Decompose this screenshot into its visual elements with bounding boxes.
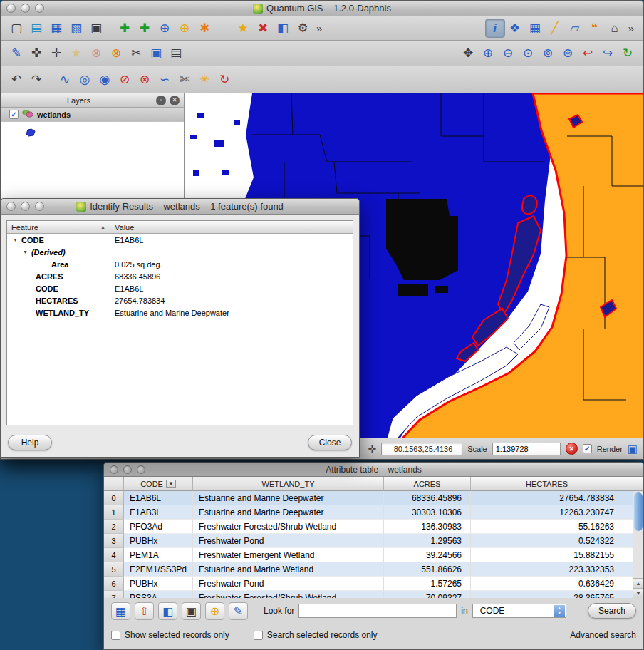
merge-features-icon[interactable]: ✳ (194, 70, 214, 89)
search-selected-checkbox[interactable] (254, 631, 263, 640)
table-row[interactable]: 2 PFO3Ad Freshwater Forested/Shrub Wetla… (104, 520, 643, 534)
table-row[interactable]: 4 PEM1A Freshwater Emergent Wetland 39.2… (104, 548, 643, 562)
table-row[interactable]: 1 E1AB3L Estuarine and Marine Deepwater … (104, 505, 643, 520)
cell-wetland-ty[interactable]: Freshwater Forested/Shrub Wetland (193, 520, 384, 534)
scroll-down-icon[interactable]: ▼ (633, 588, 643, 598)
cell-acres[interactable]: 68336.45896 (384, 491, 471, 505)
cell-code[interactable]: E1AB3L (124, 505, 193, 520)
column-header-hectares[interactable]: HECTARES (471, 477, 623, 491)
tree-row[interactable]: ▼CODE E1AB6L (7, 234, 353, 246)
row-header[interactable]: 3 (104, 534, 124, 548)
cell-acres[interactable]: 39.24566 (384, 548, 471, 562)
print-composer-icon[interactable]: ▣ (86, 19, 106, 38)
cell-hectares[interactable]: 15.882155 (471, 548, 623, 562)
redo-icon[interactable]: ↷ (26, 70, 46, 89)
cell-wetland-ty[interactable]: Estuarine and Marine Wetland (193, 562, 384, 577)
tree-row[interactable]: WETLAND_TY Estuarine and Marine Deepwate… (7, 306, 353, 319)
zoom-button[interactable] (35, 4, 44, 13)
combo-stepper-icon[interactable]: ▲ ▼ (554, 605, 565, 617)
cell-wetland-ty[interactable]: Estuarine and Marine Deepwater (193, 491, 384, 505)
add-to-overview-icon[interactable]: ◧ (273, 19, 293, 38)
minimize-button[interactable] (21, 202, 30, 211)
vertical-scrollbar[interactable]: ▲ ▼ (633, 491, 643, 598)
extent-icon[interactable]: ✛ (368, 443, 376, 455)
layers-panel-header[interactable]: Layers ▫ ✕ (1, 93, 184, 108)
cell-code[interactable]: PUBHx (124, 577, 193, 591)
unselect-all-icon[interactable]: ▦ (111, 602, 130, 620)
node-tool-icon[interactable]: ✛ (46, 43, 66, 63)
cell-hectares[interactable]: 223.332353 (471, 562, 623, 577)
measure-line-icon[interactable]: ╱ (545, 19, 565, 38)
add-ring-icon[interactable]: ◎ (75, 70, 95, 89)
add-vector-layer-icon[interactable]: ✚ (115, 19, 135, 38)
cell-code[interactable]: PFO3Ad (124, 520, 193, 534)
rotate-point-symbols-icon[interactable]: ↻ (214, 70, 234, 89)
measure-area-icon[interactable]: ▱ (565, 19, 585, 38)
layer-visibility-checkbox[interactable]: ✓ (9, 110, 19, 119)
cell-wetland-ty[interactable]: Freshwater Emergent Wetland (193, 548, 384, 562)
zoom-out-icon[interactable]: ⊖ (498, 43, 518, 63)
delete-ring-icon[interactable]: ⊘ (115, 70, 135, 89)
select-features-icon[interactable]: ❖ (505, 19, 525, 38)
cut-features-icon[interactable]: ✂ (126, 43, 146, 63)
expander-icon[interactable]: ▼ (13, 237, 18, 242)
pan-map-icon[interactable]: ✥ (458, 43, 478, 63)
cell-wetland-ty[interactable]: Estuarine and Marine Deepwater (193, 505, 384, 520)
table-row[interactable]: 5 E2EM1/SS3Pd Estuarine and Marine Wetla… (104, 562, 643, 577)
scale-input[interactable] (492, 443, 561, 455)
field-select[interactable]: CODE ▲ ▼ (472, 604, 566, 618)
zoom-full-icon[interactable]: ⊚ (538, 43, 558, 63)
search-button[interactable]: Search (588, 603, 636, 619)
cell-code[interactable]: PUBHx (124, 534, 193, 548)
cell-wetland-ty[interactable]: Freshwater Pond (193, 534, 384, 548)
column-header-code[interactable]: CODE▼ (124, 477, 193, 491)
zoom-actual-icon[interactable]: ⊙ (518, 43, 538, 63)
cell-acres[interactable]: 136.30983 (384, 520, 471, 534)
cell-hectares[interactable]: 55.16263 (471, 520, 623, 534)
options-gear-icon[interactable]: ⚙ (293, 19, 313, 38)
row-header[interactable]: 5 (104, 562, 124, 577)
toggle-editing-icon[interactable]: ✎ (229, 602, 248, 620)
identify-features-icon[interactable]: i (485, 19, 505, 38)
cell-code[interactable]: PEM1A (124, 548, 193, 562)
delete-selected-icon[interactable]: ⊗ (106, 43, 126, 63)
split-features-icon[interactable]: ✄ (175, 70, 194, 89)
scroll-up-icon[interactable]: ▲ (633, 578, 643, 588)
render-checkbox[interactable]: ✓ (583, 444, 592, 453)
cell-acres[interactable]: 551.86626 (384, 562, 471, 577)
cell-hectares[interactable]: 27654.783834 (471, 491, 623, 505)
tree-row[interactable]: ACRES 68336.45896 (7, 270, 353, 282)
copy-features-icon[interactable]: ▣ (146, 43, 166, 63)
zoom-next-icon[interactable]: ↪ (598, 43, 618, 63)
open-project-icon[interactable]: ▤ (26, 19, 46, 38)
cell-acres[interactable]: 1.57265 (384, 577, 471, 591)
toolbar-overflow-icon[interactable]: » (625, 22, 638, 34)
new-project-icon[interactable]: ▢ (6, 19, 26, 38)
column-header-wetland-ty[interactable]: WETLAND_TY (193, 477, 384, 491)
help-button[interactable]: Help (8, 435, 52, 450)
close-button[interactable] (110, 465, 118, 474)
look-for-input[interactable] (298, 604, 457, 618)
table-row[interactable]: 6 PUBHx Freshwater Pond 1.57265 0.636429 (104, 577, 643, 591)
invert-selection-icon[interactable]: ◧ (158, 602, 177, 620)
minimize-button[interactable] (21, 4, 30, 13)
cell-code[interactable]: E2EM1/SS3Pd (124, 562, 193, 577)
simplify-feature-icon[interactable]: ∿ (55, 70, 75, 89)
sort-indicator-icon[interactable]: ▼ (166, 480, 176, 488)
close-button[interactable] (6, 4, 16, 13)
save-project-icon[interactable]: ▦ (46, 19, 66, 38)
zoom-in-icon[interactable]: ⊕ (478, 43, 498, 63)
stop-render-icon[interactable]: ✕ (566, 443, 578, 455)
add-postgis-layer-icon[interactable]: ⊕ (155, 19, 175, 38)
open-attribute-table-icon[interactable]: ▦ (525, 19, 545, 38)
cell-acres[interactable]: 30303.10306 (384, 505, 471, 520)
cell-acres[interactable]: 70.09327 (384, 591, 471, 598)
layer-item-wetlands[interactable]: ✓ wetlands (1, 108, 184, 122)
cell-hectares[interactable]: 0.524322 (471, 534, 623, 548)
table-row[interactable]: 7 PSS3A Freshwater Forested/Shrub Wetlan… (104, 591, 643, 598)
toolbar-overflow-icon[interactable]: » (313, 22, 326, 34)
cell-code[interactable]: PSS3A (124, 591, 193, 598)
add-raster-layer-icon[interactable]: ✚ (135, 19, 155, 38)
tree-row[interactable]: Area 0.025 sq.deg. (7, 258, 353, 270)
zoom-map-to-selection-icon[interactable]: ⊕ (205, 602, 224, 620)
